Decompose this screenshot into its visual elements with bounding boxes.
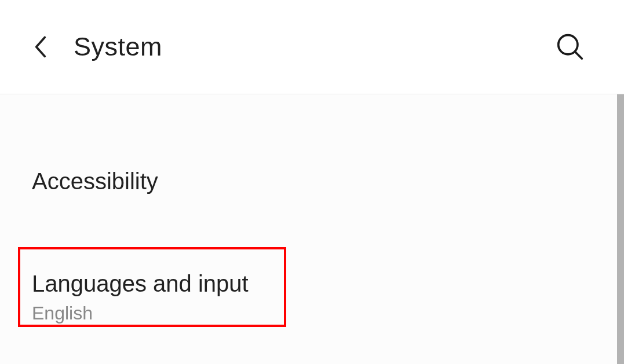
settings-list: Accessibility Languages and input Englis…	[0, 94, 624, 364]
item-title: Accessibility	[32, 168, 592, 194]
search-icon	[556, 33, 584, 61]
header: System	[0, 0, 624, 94]
scrollbar[interactable]	[617, 94, 624, 364]
list-item-languages[interactable]: Languages and input English	[32, 271, 592, 338]
chevron-left-icon	[34, 35, 47, 58]
search-button[interactable]	[555, 32, 585, 62]
spacer	[32, 208, 592, 271]
list-item-accessibility[interactable]: Accessibility	[32, 168, 592, 208]
svg-line-1	[575, 52, 582, 58]
page-title: System	[74, 32, 162, 62]
item-subtitle: English	[32, 303, 592, 324]
back-button[interactable]	[32, 33, 49, 61]
item-title: Languages and input	[32, 271, 592, 297]
